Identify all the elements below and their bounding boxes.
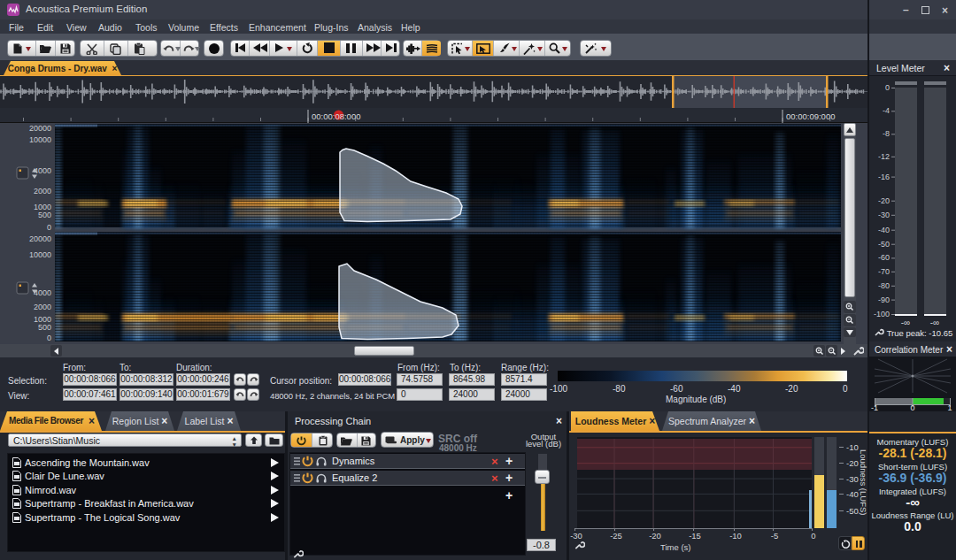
svg-text:-50: -50 (878, 240, 890, 249)
svg-text:-60: -60 (878, 253, 890, 262)
svg-text:-30: -30 (878, 211, 890, 219)
svg-text:-20: -20 (878, 196, 890, 205)
svg-text:-12: -12 (878, 152, 890, 161)
svg-text:0: 0 (885, 83, 890, 92)
svg-text:0: 0 (910, 403, 914, 411)
svg-text:-∞: -∞ (930, 318, 939, 327)
svg-text:-80: -80 (878, 281, 890, 290)
svg-text:-4: -4 (883, 106, 890, 115)
svg-text:-1: -1 (871, 403, 878, 411)
svg-text:-∞: -∞ (901, 318, 910, 327)
svg-text:True peak: -10.65: True peak: -10.65 (887, 328, 953, 338)
svg-text:-8: -8 (883, 129, 890, 138)
svg-text:-90: -90 (878, 295, 890, 304)
svg-text:-100: -100 (874, 310, 890, 318)
svg-text:-40: -40 (878, 226, 890, 234)
svg-text:-16: -16 (878, 173, 890, 181)
svg-text:1: 1 (947, 403, 952, 411)
svg-text:-70: -70 (878, 267, 890, 276)
